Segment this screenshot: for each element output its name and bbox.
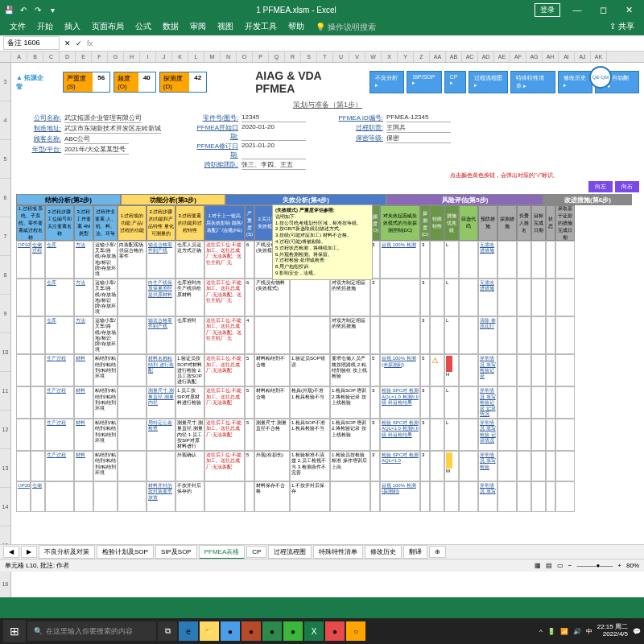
row-header[interactable]: 4 [0, 101, 10, 140]
info-value[interactable]: 张三、李四、王五 [242, 160, 306, 170]
col-header[interactable]: AB [446, 52, 462, 62]
action-button[interactable]: SIP/SOP ▸ [407, 71, 441, 93]
wechat-icon[interactable]: ● [283, 621, 303, 641]
notification-icon[interactable]: 💬 [633, 628, 641, 635]
action-button[interactable]: 过程流程图 ▸ [469, 71, 508, 93]
sheet-tab[interactable]: SIP及SOP [155, 545, 197, 559]
row-header[interactable]: 3 [0, 63, 10, 101]
col-header[interactable]: O [237, 52, 253, 62]
col-header[interactable]: X [382, 52, 398, 62]
row-header[interactable]: 11 [0, 372, 10, 411]
maximize-icon[interactable]: ◻ [591, 5, 615, 15]
sheet-nav[interactable]: ◀ [3, 546, 19, 558]
action-button[interactable]: 特殊特性清单 ▸ [510, 71, 555, 93]
col-header[interactable]: F [92, 52, 108, 62]
row-header[interactable]: 6 [0, 179, 10, 217]
col-header[interactable]: C [43, 52, 60, 62]
table-row[interactable]: 生产过程材料 粘结剂/粘结剂/粘结剂/粘结剂环境 外观确认 送往后工位:不能加工… [16, 451, 639, 481]
col-header[interactable]: W [365, 52, 382, 62]
info-value[interactable]: 王国兵 [386, 123, 451, 133]
ribbon-tab[interactable]: 视图 [213, 19, 238, 35]
col-header[interactable]: R [285, 52, 301, 62]
tray-volume-icon[interactable]: 🔊 [573, 628, 581, 635]
col-header[interactable]: P [253, 52, 269, 62]
col-header[interactable]: J [156, 52, 172, 62]
info-value[interactable]: 12345 [242, 114, 306, 122]
col-header[interactable]: Q [269, 52, 285, 62]
col-header[interactable]: D [60, 52, 76, 62]
edge-icon[interactable]: e [179, 621, 198, 641]
col-header[interactable]: AI [559, 52, 575, 62]
share-button[interactable]: ⇪ 共享 [605, 19, 639, 35]
quick-access-toolbar[interactable]: 💾 ↶ ↷ ▾ [3, 4, 58, 15]
row-header[interactable]: 14 [0, 488, 10, 526]
taskbar-clock[interactable]: 22:15 周二2022/4/5 [597, 624, 628, 638]
qat-more-icon[interactable]: ▾ [47, 4, 58, 15]
sheet-tab[interactable]: PFMEA表格 [199, 545, 246, 559]
cancel-icon[interactable]: ✕ [64, 39, 71, 47]
tell-me[interactable]: 💡 操作说明搜索 [311, 19, 381, 35]
undo-icon[interactable]: ↶ [18, 4, 29, 15]
col-header[interactable]: AG [526, 52, 543, 62]
col-header[interactable]: A [11, 52, 27, 62]
table-row[interactable]: 生产过程材料 粘结剂/粘结剂/粘结剂/粘结剂环境 用特定公差检查测量尺寸,测量直… [16, 419, 639, 451]
col-header[interactable]: K [172, 52, 188, 62]
minimize-icon[interactable]: — [565, 5, 589, 15]
col-header[interactable]: L [188, 52, 204, 62]
tray-ime-icon[interactable]: 中 [586, 627, 592, 636]
sheet-tab[interactable]: 翻译 [403, 545, 427, 559]
info-value[interactable]: 2021-01-20 [242, 142, 306, 159]
col-header[interactable]: G [108, 52, 124, 62]
col-header[interactable]: AK [591, 52, 607, 62]
zoom-level[interactable]: 80% [626, 562, 639, 569]
table-row[interactable]: 生产过程材料 粘结剂/粘结剂/粘结剂/粘结剂环境 材料名称粘结剂 进行装配1.验… [16, 354, 639, 386]
col-header[interactable]: M [204, 52, 221, 62]
nav-right-button[interactable]: 向右 [615, 181, 639, 192]
add-sheet-icon[interactable]: ⊕ [429, 546, 446, 558]
col-header[interactable]: AC [462, 52, 478, 62]
col-header[interactable]: T [317, 52, 333, 62]
col-header[interactable]: H [124, 52, 140, 62]
zoom-in-icon[interactable]: + [617, 562, 621, 569]
row-header[interactable]: 7 [0, 217, 10, 256]
table-row[interactable]: 生产过程材料 粘结剂/粘结剂/粘结剂/粘结剂环境 测量尺寸,测量直径,测量内径1… [16, 386, 639, 419]
col-header[interactable]: B [27, 52, 43, 62]
enter-icon[interactable]: ✓ [76, 39, 82, 47]
info-value[interactable]: 保密 [386, 134, 451, 143]
ribbon-tab[interactable]: 文件 [5, 19, 31, 35]
table-row[interactable]: OP20仓储 材料开封的按封装要求放置不按开封后保存的 材料保存不合格1.不按开… [16, 481, 639, 512]
app-icon[interactable]: ● [325, 621, 345, 641]
row-header[interactable]: 9 [0, 295, 10, 333]
col-header[interactable]: Y [398, 52, 414, 62]
sheet-tab[interactable]: 修改历史 [365, 545, 402, 559]
table-row[interactable]: 仓库方法 运输小车/叉车/路线/存放场地/标识牌/存放环境 输送合格零件到产线仓… [16, 316, 639, 354]
col-header[interactable]: AF [510, 52, 526, 62]
sheet-tab[interactable]: 过程流程图 [268, 545, 312, 559]
close-icon[interactable]: ✕ [617, 5, 641, 15]
app-icon[interactable]: ● [262, 621, 282, 641]
ribbon-tab[interactable]: 数据 [158, 19, 184, 35]
ribbon-tab[interactable]: 插入 [60, 19, 85, 35]
col-header[interactable]: AE [494, 52, 510, 62]
action-button[interactable]: 修改历史 ▸ [558, 71, 592, 93]
app-icon[interactable]: ● [221, 621, 240, 641]
sheet-nav[interactable]: ▶ [21, 546, 37, 558]
action-button[interactable]: CP ▸ [444, 71, 466, 93]
col-header[interactable]: I [140, 52, 156, 62]
sheet-tab[interactable]: 特殊特性清单 [313, 545, 363, 559]
col-header[interactable]: AH [543, 52, 559, 62]
row-header[interactable]: 10 [0, 333, 10, 372]
row-header[interactable]: 13 [0, 449, 10, 488]
excel-icon[interactable]: X [304, 621, 324, 641]
task-view-icon[interactable]: ⧉ [158, 621, 177, 641]
info-value[interactable]: 武汉市东湖新技术开发区左岭新城 [64, 124, 161, 134]
app-icon[interactable]: ● [242, 621, 261, 641]
fx-icon[interactable]: fx [87, 39, 93, 47]
tray-up-icon[interactable]: ^ [539, 628, 543, 635]
sheet-tab[interactable]: 检验计划及SOP [97, 545, 154, 559]
ribbon-tab[interactable]: 开发工具 [240, 19, 282, 35]
view-break-icon[interactable]: ▭ [557, 562, 564, 569]
info-value[interactable]: ABC公司 [64, 134, 129, 144]
save-icon[interactable]: 💾 [3, 4, 14, 15]
ribbon-tab[interactable]: 帮助 [283, 19, 309, 35]
